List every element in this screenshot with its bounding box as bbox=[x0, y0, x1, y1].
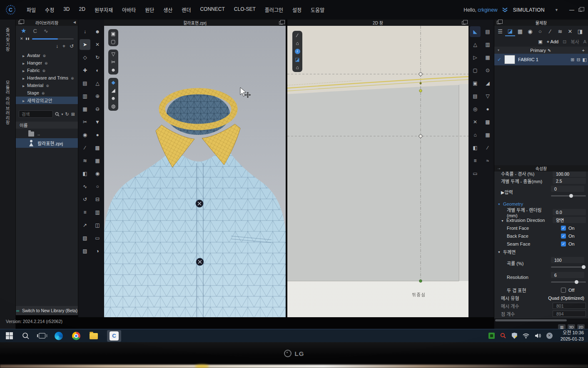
volume-tray-icon[interactable] bbox=[535, 333, 541, 338]
library-tree-item[interactable]: Hardware and Trims bbox=[16, 74, 78, 82]
tool-3d-icon[interactable]: ✂ bbox=[80, 117, 90, 127]
library-tree-item[interactable]: Material bbox=[16, 82, 78, 89]
mesh-type-select[interactable]: Quad (Optimized) bbox=[548, 296, 586, 301]
menu-item[interactable]: 3D bbox=[59, 6, 74, 13]
resolution-value[interactable]: 6 bbox=[551, 272, 584, 278]
windows-start-button[interactable] bbox=[6, 332, 13, 339]
property-scrollbar[interactable] bbox=[494, 318, 588, 322]
library-tree-item[interactable]: Avatar bbox=[16, 52, 78, 59]
float-panel-icon[interactable] bbox=[18, 21, 22, 24]
rail-tab[interactable]: 모듈러 라이브러리창 bbox=[5, 78, 11, 127]
group-caret-icon[interactable]: ▾ bbox=[494, 48, 499, 52]
canvas-3d[interactable]: ▣▢ ▽✂☻ ◆◢☻◍ bbox=[104, 26, 286, 317]
object-type-tab[interactable]: ✕ bbox=[565, 26, 575, 36]
viewport-tool-icon[interactable]: ▽ bbox=[111, 52, 115, 57]
tool-2d-icon[interactable]: ▦ bbox=[482, 129, 493, 140]
tool-2d-icon[interactable]: ✕ bbox=[470, 117, 481, 127]
float-view-icon[interactable] bbox=[279, 21, 283, 25]
fabric-item-icon[interactable]: ⊞ bbox=[571, 57, 574, 62]
chrome-browser-icon[interactable] bbox=[72, 332, 80, 340]
tool-3d-icon[interactable]: ↓ bbox=[80, 26, 90, 37]
edit-group-icon[interactable]: ✎ bbox=[548, 48, 551, 53]
menu-item[interactable]: CONNECT bbox=[195, 6, 229, 13]
menu-item[interactable]: CLO-SET bbox=[229, 6, 260, 13]
magnifier-tray-icon[interactable] bbox=[500, 333, 506, 339]
tool-3d-icon[interactable]: ✕ bbox=[92, 39, 103, 50]
tool-3d-icon[interactable]: ▭ bbox=[92, 233, 103, 244]
menu-item[interactable]: 원단 bbox=[140, 6, 159, 13]
tool-3d-icon[interactable]: ▦ bbox=[92, 155, 103, 166]
tool-3d-icon[interactable]: ◐ bbox=[92, 65, 103, 76]
menu-item[interactable]: 설정 bbox=[288, 6, 306, 13]
thickness-collision-value[interactable]: 2.5 bbox=[553, 178, 586, 184]
tool-2d-icon[interactable]: ● bbox=[482, 104, 493, 114]
library-tree-item[interactable]: Fabric bbox=[16, 67, 78, 74]
tool-3d-icon[interactable]: ➤ bbox=[80, 39, 90, 50]
viewport-tool-icon[interactable]: ☻ bbox=[111, 67, 116, 72]
tool-3d-icon[interactable]: ⊟ bbox=[92, 194, 103, 205]
menu-item[interactable]: 생산 bbox=[159, 6, 177, 13]
fabric-item-icon[interactable]: ◧ bbox=[583, 57, 587, 62]
viewport-2d-tool-icon[interactable]: ⌂ bbox=[296, 41, 299, 46]
favorite-icon[interactable]: ★ bbox=[21, 27, 26, 35]
fabric-list-item[interactable]: ✓ FABRIC 1 ⊞⊟◧ bbox=[494, 54, 588, 65]
rail-tab[interactable]: 즐겨찾기창 bbox=[5, 25, 11, 55]
simulation-mode-button[interactable]: SIMULATION bbox=[513, 7, 545, 13]
tool-2d-icon[interactable]: ▤ bbox=[482, 26, 493, 37]
property-arrow-icon[interactable]: → bbox=[497, 166, 501, 170]
object-type-tab[interactable]: ◨ bbox=[575, 26, 585, 36]
tool-3d-icon[interactable]: ● bbox=[92, 129, 103, 140]
shrink-value[interactable]: 100.00 bbox=[553, 172, 586, 177]
tool-3d-icon[interactable]: ◉ bbox=[92, 168, 103, 179]
library-action-icon[interactable]: + bbox=[62, 43, 65, 49]
front-face-checkbox[interactable]: ✓ bbox=[561, 226, 566, 231]
object-type-tab[interactable]: ◪ bbox=[505, 26, 515, 36]
object-type-tab[interactable]: ▦ bbox=[515, 26, 525, 36]
tool-2d-icon[interactable]: △ bbox=[470, 39, 481, 50]
favorite-icon[interactable]: ∿ bbox=[44, 28, 48, 34]
fabric-swatch[interactable] bbox=[504, 55, 515, 64]
seam-face-checkbox[interactable]: ✓ bbox=[561, 241, 566, 246]
tool-2d-icon[interactable]: ◢ bbox=[482, 78, 493, 89]
curvature-slider[interactable] bbox=[551, 266, 586, 268]
tool-3d-icon[interactable]: ∿ bbox=[80, 181, 90, 192]
minimize-button[interactable]: — bbox=[569, 7, 574, 13]
tool-3d-icon[interactable]: ≡ bbox=[80, 207, 90, 218]
viewport-tool-icon[interactable]: ▣ bbox=[111, 31, 115, 36]
add-button[interactable]: + Add bbox=[547, 39, 558, 44]
tool-3d-icon[interactable]: ▥ bbox=[92, 207, 103, 218]
tool-3d-icon[interactable]: ▧ bbox=[80, 233, 90, 244]
tool-2d-icon[interactable]: ⌂ bbox=[470, 129, 481, 140]
pressure-value[interactable]: 0 bbox=[551, 186, 584, 192]
tool-3d-icon[interactable]: ↗ bbox=[80, 220, 90, 231]
favorite-icon[interactable]: C bbox=[33, 28, 37, 34]
task-view-icon[interactable] bbox=[39, 333, 45, 338]
tool-3d-icon[interactable]: ▦ bbox=[80, 104, 90, 114]
library-tree-item[interactable]: 새싹강의교안 bbox=[16, 97, 78, 104]
cancel-download-icon[interactable]: ✕ bbox=[20, 37, 23, 41]
wifi-tray-icon[interactable] bbox=[523, 333, 529, 338]
library-tree-item[interactable]: Stage bbox=[16, 89, 78, 97]
thickness-rendering-value[interactable]: 0.0 bbox=[553, 209, 586, 215]
viewport-tool-icon[interactable]: ◢ bbox=[111, 88, 115, 93]
viewport-tool-icon[interactable]: ☻ bbox=[111, 96, 116, 101]
viewport-2d-tool-icon[interactable]: ◪ bbox=[295, 57, 299, 62]
name-column-header[interactable]: 이름 bbox=[16, 122, 78, 129]
search-icon[interactable] bbox=[55, 112, 60, 117]
tool-2d-icon[interactable]: ∕ bbox=[482, 142, 493, 153]
fabric-item-icon[interactable]: ⊟ bbox=[576, 57, 580, 62]
tool-3d-icon[interactable]: ↻ bbox=[92, 52, 103, 63]
add-folder-icon[interactable]: ▣ bbox=[538, 39, 542, 45]
library-file-row[interactable]: .. bbox=[16, 129, 78, 138]
library-file-row[interactable]: 칼라표현.zprj bbox=[16, 138, 78, 148]
tool-3d-icon[interactable]: ◧ bbox=[80, 168, 90, 179]
object-type-tab[interactable]: ☰ bbox=[495, 26, 505, 36]
library-tree-item[interactable]: Hanger bbox=[16, 59, 78, 67]
pause-download-icon[interactable]: ▮▮ bbox=[26, 37, 30, 40]
tool-3d-icon[interactable]: ⊕ bbox=[92, 91, 103, 102]
resolution-slider[interactable] bbox=[551, 281, 586, 283]
viewport-2d-tool-icon[interactable]: ⌂ bbox=[296, 65, 299, 70]
simulation-caret-icon[interactable]: ▼ bbox=[555, 8, 558, 12]
viewport-tool-icon[interactable]: ▢ bbox=[111, 39, 115, 44]
tool-3d-icon[interactable]: ⊖ bbox=[92, 104, 103, 114]
